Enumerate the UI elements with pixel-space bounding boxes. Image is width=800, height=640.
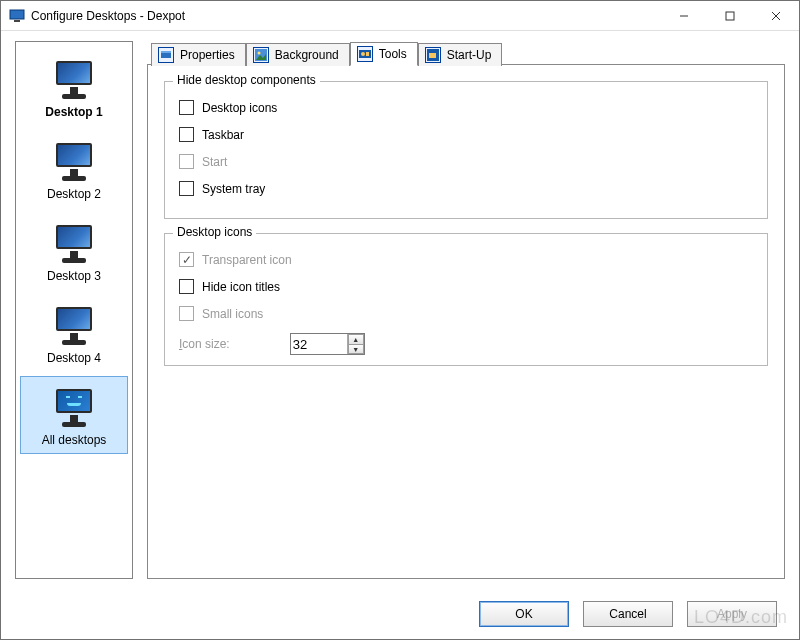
close-button[interactable]: [753, 1, 799, 30]
tab-label: Background: [275, 48, 339, 62]
tab-label: Start-Up: [447, 48, 492, 62]
app-icon: [9, 8, 25, 24]
cancel-button[interactable]: Cancel: [583, 601, 673, 627]
group-legend: Hide desktop components: [173, 73, 320, 87]
checkbox-label: Small icons: [202, 307, 263, 321]
icon-size-row: Icon size: ▲ ▼: [179, 333, 753, 355]
checkbox-row-taskbar: Taskbar: [179, 127, 753, 142]
icon-size-spinner[interactable]: ▲ ▼: [290, 333, 365, 355]
startup-icon: [425, 47, 441, 63]
checkbox-system-tray[interactable]: [179, 181, 194, 196]
button-label: OK: [515, 607, 532, 621]
svg-rect-16: [429, 51, 436, 53]
sidebar-item-desktop-2[interactable]: Desktop 2: [20, 130, 128, 208]
sidebar-item-all-desktops[interactable]: All desktops: [20, 376, 128, 454]
monitor-all-icon: [52, 387, 96, 427]
checkbox-small-icons: [179, 306, 194, 321]
svg-rect-13: [366, 52, 369, 56]
minimize-button[interactable]: [661, 1, 707, 30]
main-panel: Properties Background Tools Start-Up Hi: [147, 41, 785, 579]
ok-button[interactable]: OK: [479, 601, 569, 627]
svg-rect-0: [10, 10, 24, 19]
spin-down-button[interactable]: ▼: [348, 344, 364, 354]
window: Configure Desktops - Dexpot Desktop 1 De…: [0, 0, 800, 640]
checkbox-transparent-icon: [179, 252, 194, 267]
monitor-icon: [52, 141, 96, 181]
sidebar-item-label: All desktops: [42, 433, 107, 447]
checkbox-label: Hide icon titles: [202, 280, 280, 294]
checkbox-label: Taskbar: [202, 128, 244, 142]
sidebar-item-label: Desktop 3: [47, 269, 101, 283]
button-label: Apply: [717, 607, 747, 621]
properties-icon: [158, 47, 174, 63]
button-label: Cancel: [609, 607, 646, 621]
sidebar-item-label: Desktop 2: [47, 187, 101, 201]
tab-panel-tools: Hide desktop components Desktop icons Ta…: [147, 64, 785, 579]
content-area: Desktop 1 Desktop 2 Desktop 3 Desktop 4 …: [1, 31, 799, 589]
checkbox-row-system-tray: System tray: [179, 181, 753, 196]
monitor-icon: [52, 223, 96, 263]
sidebar-item-desktop-4[interactable]: Desktop 4: [20, 294, 128, 372]
checkbox-desktop-icons[interactable]: [179, 100, 194, 115]
svg-rect-7: [161, 51, 171, 53]
svg-rect-3: [726, 12, 734, 20]
checkbox-row-transparent-icon: Transparent icon: [179, 252, 753, 267]
checkbox-label: Desktop icons: [202, 101, 277, 115]
group-hide-components: Hide desktop components Desktop icons Ta…: [164, 81, 768, 219]
checkbox-row-small-icons: Small icons: [179, 306, 753, 321]
maximize-button[interactable]: [707, 1, 753, 30]
background-icon: [253, 47, 269, 63]
checkbox-row-desktop-icons: Desktop icons: [179, 100, 753, 115]
checkbox-hide-icon-titles[interactable]: [179, 279, 194, 294]
apply-button[interactable]: Apply: [687, 601, 777, 627]
sidebar-item-desktop-1[interactable]: Desktop 1: [20, 48, 128, 126]
desktop-list: Desktop 1 Desktop 2 Desktop 3 Desktop 4 …: [15, 41, 133, 579]
sidebar-item-label: Desktop 4: [47, 351, 101, 365]
tab-strip: Properties Background Tools Start-Up: [147, 41, 785, 64]
tab-label: Properties: [180, 48, 235, 62]
svg-rect-1: [14, 20, 20, 22]
checkbox-taskbar[interactable]: [179, 127, 194, 142]
titlebar: Configure Desktops - Dexpot: [1, 1, 799, 31]
spin-up-button[interactable]: ▲: [348, 334, 364, 344]
tools-icon: [357, 46, 373, 62]
monitor-icon: [52, 59, 96, 99]
group-legend: Desktop icons: [173, 225, 256, 239]
checkbox-row-hide-icon-titles: Hide icon titles: [179, 279, 753, 294]
checkbox-start: [179, 154, 194, 169]
tab-properties[interactable]: Properties: [151, 43, 246, 66]
tab-label: Tools: [379, 47, 407, 61]
tab-startup[interactable]: Start-Up: [418, 43, 503, 66]
window-controls: [661, 1, 799, 30]
icon-size-input[interactable]: [291, 334, 347, 354]
checkbox-label: Transparent icon: [202, 253, 292, 267]
icon-size-label: Icon size:: [179, 337, 230, 351]
checkbox-label: Start: [202, 155, 227, 169]
checkbox-row-start: Start: [179, 154, 753, 169]
svg-point-12: [361, 52, 365, 56]
window-title: Configure Desktops - Dexpot: [31, 9, 661, 23]
dialog-footer: OK Cancel Apply: [1, 589, 799, 639]
sidebar-item-desktop-3[interactable]: Desktop 3: [20, 212, 128, 290]
tab-tools[interactable]: Tools: [350, 42, 418, 66]
group-desktop-icons: Desktop icons Transparent icon Hide icon…: [164, 233, 768, 366]
monitor-icon: [52, 305, 96, 345]
sidebar-item-label: Desktop 1: [45, 105, 102, 119]
checkbox-label: System tray: [202, 182, 265, 196]
svg-point-9: [257, 51, 260, 54]
tab-background[interactable]: Background: [246, 43, 350, 66]
